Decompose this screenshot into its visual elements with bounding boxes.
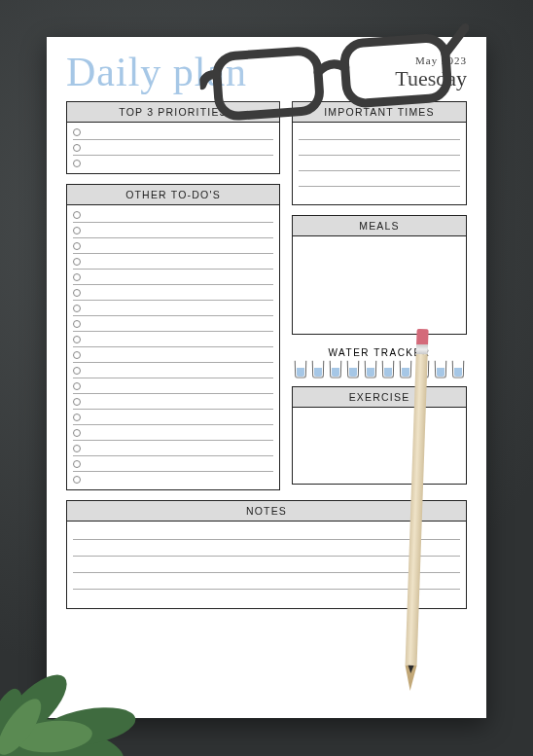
priorities-box: TOP 3 PRIORITIES (66, 101, 280, 174)
water-glass-icon[interactable] (381, 361, 395, 378)
meals-body[interactable] (293, 236, 466, 334)
water-glass-icon[interactable] (346, 361, 360, 378)
writeable-line[interactable] (73, 425, 273, 441)
water-glass-icon[interactable] (364, 361, 377, 378)
svg-point-7 (14, 718, 93, 756)
writeable-line[interactable] (73, 238, 273, 254)
bullet-circle-icon (73, 336, 81, 343)
writeable-line[interactable] (73, 394, 273, 410)
date-weekday: Tuesday (395, 66, 467, 91)
bullet-circle-icon (73, 382, 81, 390)
writeable-line[interactable] (73, 207, 273, 223)
water-glass-icon[interactable] (434, 361, 447, 378)
bullet-circle-icon (73, 398, 81, 406)
bullet-circle-icon (73, 445, 81, 452)
bullet-circle-icon (73, 258, 81, 266)
writeable-line[interactable] (73, 410, 273, 425)
bullet-circle-icon (73, 460, 81, 468)
content-grid: TOP 3 PRIORITIES OTHER TO-DO'S IMPORTANT… (66, 101, 467, 500)
bullet-circle-icon (73, 128, 81, 136)
todos-box: OTHER TO-DO'S (66, 184, 280, 490)
writeable-line[interactable] (73, 140, 273, 156)
water-glass-icon[interactable] (399, 361, 412, 378)
writeable-line[interactable] (73, 223, 273, 238)
bullet-circle-icon (73, 144, 81, 152)
bullet-circle-icon (73, 273, 81, 281)
writeable-line[interactable] (73, 332, 273, 347)
bullet-circle-icon (73, 227, 81, 234)
writeable-line[interactable] (73, 347, 273, 363)
water-section: WATER TRACKER (292, 344, 467, 386)
todos-lines[interactable] (67, 205, 279, 489)
water-glasses-row[interactable] (292, 361, 467, 386)
writeable-line[interactable] (73, 254, 273, 270)
writeable-line[interactable] (299, 171, 460, 187)
bullet-circle-icon (73, 289, 81, 297)
priorities-lines[interactable] (67, 123, 279, 173)
bullet-circle-icon (73, 476, 81, 484)
water-glass-icon[interactable] (416, 361, 430, 378)
meals-box: MEALS (292, 215, 467, 335)
writeable-line[interactable] (73, 590, 460, 606)
important-header: IMPORTANT TIMES (293, 102, 466, 123)
water-glass-icon[interactable] (311, 361, 325, 378)
date-block: May 2023 Tuesday (395, 54, 467, 91)
important-lines[interactable] (293, 123, 466, 204)
bullet-circle-icon (73, 211, 81, 219)
svg-point-6 (0, 684, 29, 756)
writeable-line[interactable] (73, 125, 273, 140)
exercise-box: EXERCISE (292, 386, 467, 485)
priorities-header: TOP 3 PRIORITIES (67, 102, 279, 123)
bullet-circle-icon (73, 429, 81, 437)
exercise-body[interactable] (293, 408, 466, 484)
notes-header: NOTES (67, 501, 466, 522)
bullet-circle-icon (73, 414, 81, 421)
writeable-line[interactable] (73, 472, 273, 487)
writeable-line[interactable] (73, 573, 460, 590)
writeable-line[interactable] (73, 363, 273, 378)
writeable-line[interactable] (299, 156, 460, 171)
writeable-line[interactable] (73, 557, 460, 573)
left-column: TOP 3 PRIORITIES OTHER TO-DO'S (66, 101, 280, 500)
writeable-line[interactable] (73, 156, 273, 171)
todos-header: OTHER TO-DO'S (67, 185, 279, 205)
bullet-circle-icon (73, 367, 81, 375)
important-box: IMPORTANT TIMES (292, 101, 467, 205)
water-glass-icon[interactable] (329, 361, 342, 378)
svg-point-8 (0, 693, 49, 756)
writeable-line[interactable] (73, 301, 273, 316)
writeable-line[interactable] (73, 270, 273, 285)
water-glass-icon[interactable] (451, 361, 465, 378)
notes-box: NOTES (66, 500, 467, 609)
bullet-circle-icon (73, 320, 81, 328)
writeable-line[interactable] (73, 285, 273, 301)
bullet-circle-icon (73, 242, 81, 250)
date-month-year: May 2023 (395, 54, 467, 66)
planner-page: Daily plan May 2023 Tuesday TOP 3 PRIORI… (47, 37, 486, 718)
writeable-line[interactable] (73, 378, 273, 394)
bullet-circle-icon (73, 351, 81, 359)
water-glass-icon[interactable] (294, 361, 307, 378)
notes-lines[interactable] (67, 522, 466, 608)
writeable-line[interactable] (73, 540, 460, 557)
writeable-line[interactable] (73, 441, 273, 456)
right-column: IMPORTANT TIMES MEALS WATER TRACKER EXER… (292, 101, 467, 500)
page-title: Daily plan (66, 54, 247, 91)
writeable-line[interactable] (299, 125, 460, 140)
meals-header: MEALS (293, 216, 466, 236)
writeable-line[interactable] (73, 316, 273, 332)
water-header: WATER TRACKER (292, 347, 467, 358)
writeable-line[interactable] (73, 523, 460, 540)
writeable-line[interactable] (299, 140, 460, 156)
exercise-header: EXERCISE (293, 387, 466, 408)
writeable-line[interactable] (73, 456, 273, 472)
bullet-circle-icon (73, 160, 81, 167)
page-header: Daily plan May 2023 Tuesday (66, 54, 467, 91)
svg-point-3 (9, 718, 128, 756)
writeable-line[interactable] (299, 187, 460, 202)
bullet-circle-icon (73, 305, 81, 312)
